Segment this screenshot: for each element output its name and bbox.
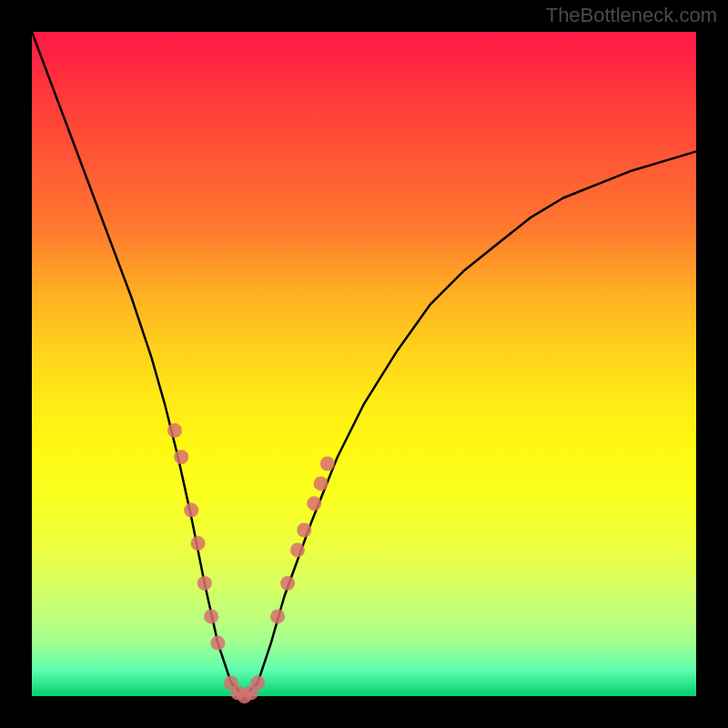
marker-point [174, 450, 188, 464]
marker-point [167, 423, 182, 438]
marker-point [197, 576, 212, 591]
marker-point [191, 536, 206, 551]
marker-point [290, 542, 305, 557]
marker-point [184, 503, 198, 518]
highlight-markers [167, 423, 335, 703]
marker-point [297, 523, 311, 538]
marker-point [280, 576, 295, 591]
marker-point [210, 636, 225, 651]
marker-point [270, 609, 285, 623]
watermark-text: TheBottleneck.com [546, 4, 717, 27]
chart-svg [32, 32, 696, 696]
marker-point [250, 675, 265, 690]
marker-point [307, 496, 321, 511]
marker-point [320, 457, 335, 471]
marker-point [204, 609, 218, 623]
bottleneck-curve [32, 32, 696, 696]
marker-point [314, 476, 329, 490]
